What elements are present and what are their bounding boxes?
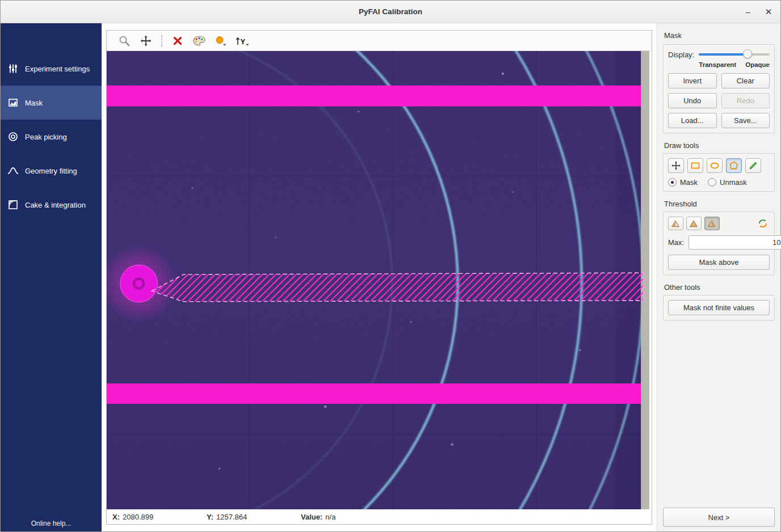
sidebar-item-geometry-fitting[interactable]: Geometry fitting — [1, 154, 102, 188]
window-title: PyFAI Calibration — [1, 7, 780, 16]
mask-between-icon[interactable] — [686, 217, 702, 230]
next-button[interactable]: Next > — [663, 508, 775, 527]
close-button[interactable]: ✕ — [761, 5, 776, 19]
sliders-icon — [7, 64, 19, 74]
display-label: Display: — [668, 50, 694, 59]
sidebar-item-label: Experiment settings — [25, 65, 90, 73]
mask-panel: Mask Display: Transparent Opaque Invert … — [657, 23, 780, 531]
redo-button: Redo — [721, 93, 770, 108]
sidebar-item-label: Peak picking — [25, 133, 67, 141]
sidebar-item-label: Geometry fitting — [25, 167, 77, 175]
unmask-radio-label: Unmask — [720, 178, 747, 187]
toolbar-separator — [161, 35, 162, 47]
plot-toolbar: Y — [107, 31, 652, 51]
online-help-link[interactable]: Online help... — [1, 520, 102, 527]
cursor-y-readout: Y:1257.864 — [207, 513, 301, 521]
sidebar: Experiment settings Mask Peak picking Ge… — [1, 23, 102, 531]
max-threshold-input[interactable] — [688, 235, 781, 250]
slider-handle[interactable] — [743, 49, 752, 58]
save-button[interactable]: Save... — [721, 113, 770, 128]
other-tools-title: Other tools — [664, 283, 775, 292]
threshold-title: Threshold — [664, 200, 775, 208]
mask-not-finite-button[interactable]: Mask not finite values — [668, 300, 770, 315]
load-button[interactable]: Load... — [668, 113, 717, 128]
draw-tools-title: Draw tools — [664, 141, 775, 150]
peak-curve-icon — [7, 166, 19, 176]
mask-display-group: Display: Transparent Opaque Invert Clear… — [663, 44, 775, 133]
display-opacity-slider[interactable] — [699, 49, 770, 60]
max-label: Max: — [668, 238, 684, 247]
pixel-value-readout: Value:n/a — [301, 513, 335, 521]
clear-icon[interactable] — [169, 33, 186, 49]
slider-track[interactable] — [699, 53, 770, 56]
draw-tools-group: Mask Unmask — [663, 153, 775, 192]
sidebar-item-cake-integration[interactable]: Cake & integration — [1, 188, 102, 222]
pyfai-window: PyFAI Calibration – ✕ Experiment setting… — [0, 0, 781, 532]
pencil-tool-button[interactable] — [745, 158, 761, 173]
bottom-mask-band — [107, 383, 641, 404]
mask-above-button[interactable]: Mask above — [668, 255, 770, 270]
radio-dot — [668, 178, 677, 187]
zoom-icon[interactable] — [116, 33, 133, 49]
minimize-button[interactable]: – — [741, 5, 755, 19]
plot-widget: Y — [106, 30, 652, 525]
window-content: Experiment settings Mask Peak picking Ge… — [1, 23, 780, 531]
titlebar: PyFAI Calibration – ✕ — [1, 1, 780, 23]
sidebar-item-experiment-settings[interactable]: Experiment settings — [1, 52, 102, 86]
mask-radio-label: Mask — [680, 178, 698, 187]
marker-icon[interactable] — [212, 33, 229, 49]
y-axis-icon[interactable]: Y — [234, 33, 251, 49]
svg-text:Y: Y — [241, 37, 246, 46]
other-tools-group: Mask not finite values — [663, 295, 775, 320]
cake-arcs-icon — [7, 200, 19, 210]
main-area: Y — [102, 23, 657, 531]
mask-panel-title: Mask — [664, 31, 775, 40]
pan-icon[interactable] — [137, 33, 154, 49]
cursor-x-readout: X:2080.899 — [112, 513, 207, 521]
opaque-label: Opaque — [745, 61, 770, 68]
ellipse-tool-button[interactable] — [707, 158, 723, 173]
top-mask-band — [107, 86, 641, 107]
transparent-label: Transparent — [699, 61, 736, 68]
pan-tool-button[interactable] — [668, 158, 684, 173]
sidebar-item-label: Mask — [25, 99, 43, 107]
mask-radio[interactable]: Mask — [668, 178, 698, 187]
sidebar-item-label: Cake & integration — [25, 201, 86, 209]
sidebar-item-mask[interactable]: Mask — [1, 86, 102, 120]
unmask-radio[interactable]: Unmask — [708, 178, 747, 187]
diffraction-image[interactable] — [107, 51, 652, 509]
clear-button[interactable]: Clear — [721, 73, 770, 88]
mask-below-icon[interactable] — [668, 217, 683, 230]
undo-button[interactable]: Undo — [668, 93, 717, 108]
mask-action-buttons: Invert Clear Undo Redo Load... Save... — [668, 73, 770, 128]
refresh-icon[interactable] — [756, 217, 770, 230]
beam-center-mask — [120, 265, 158, 302]
radio-dot — [708, 178, 716, 187]
mask-image-icon — [7, 98, 19, 108]
target-icon — [7, 132, 19, 142]
sidebar-item-peak-picking[interactable]: Peak picking — [1, 120, 102, 154]
palette-icon[interactable] — [191, 33, 208, 49]
mask-above-icon[interactable] — [704, 217, 720, 230]
slider-fill — [699, 53, 748, 56]
window-controls: – ✕ — [741, 1, 776, 23]
rectangle-tool-button[interactable] — [687, 158, 703, 173]
plot-statusbar: X:2080.899 Y:1257.864 Value:n/a — [107, 509, 652, 524]
threshold-group: Max: Mask above — [663, 212, 775, 275]
polygon-tool-button[interactable] — [726, 158, 742, 173]
polygon-mask-selection[interactable] — [152, 273, 644, 302]
invert-button[interactable]: Invert — [668, 73, 717, 88]
